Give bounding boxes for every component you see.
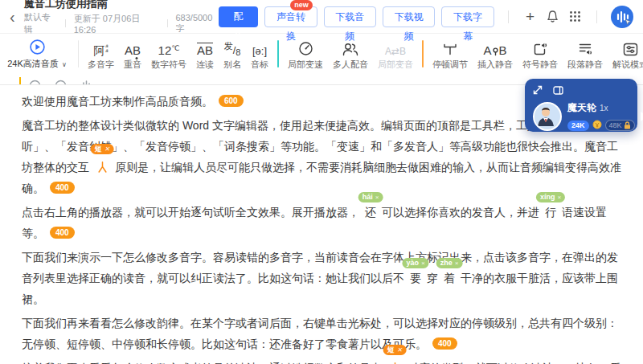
- pause-pill[interactable]: 短✕: [91, 144, 114, 154]
- tool-label: 局部变速: [288, 59, 323, 71]
- tool-insert-silence[interactable]: AB插入静音: [473, 36, 518, 71]
- tool-symbol-silence[interactable]: 符号静音: [518, 36, 563, 71]
- paragraph[interactable]: 下面我们再来看看怎么修改韵律。在某个字或者词后面，右键单击光标处，可以选择对应的…: [22, 313, 621, 354]
- expand-icon[interactable]: [533, 85, 543, 95]
- bell-icon[interactable]: [544, 8, 560, 26]
- player-play-button[interactable]: [641, 112, 643, 121]
- tool-label: 符号静音: [522, 59, 558, 71]
- tool-label: 多音字: [88, 59, 114, 71]
- meta-divider: [167, 19, 168, 27]
- new-badge: new: [290, 0, 313, 10]
- tool-number-symbol[interactable]: 12℃数字符号: [146, 36, 191, 71]
- tool-polyphone[interactable]: 阿āǎ多音字: [83, 36, 119, 71]
- paragraph[interactable]: 接着我们再来看看怎么修改数字或者符号的读法。通过选择数字和符号串短✕对应的类型，…: [22, 358, 621, 364]
- toolbar-divider-gray: [78, 40, 79, 67]
- paragraph[interactable]: 点击右上角的播放器，就可以开始逐句试听全文效果。展开播放器，hái×还可以选择你…: [22, 202, 621, 243]
- user-avatar[interactable]: [611, 6, 633, 28]
- tool-phonetic[interactable]: [ə:]音标: [246, 36, 273, 71]
- pause-adjust-icon: [442, 38, 458, 56]
- dock-panel-icon[interactable]: [553, 86, 563, 95]
- quality-48k-locked-badge[interactable]: 48K: [605, 120, 635, 131]
- pinyin-pill[interactable]: xíng×: [536, 192, 565, 202]
- pause-marker[interactable]: 短✕: [96, 157, 108, 178]
- tool-narration-mode[interactable]: 解说模式: [608, 36, 643, 71]
- annotated-word[interactable]: xíng×行: [545, 202, 556, 223]
- pause-duration-badge[interactable]: 400: [50, 227, 75, 239]
- stress-icon: AB: [125, 38, 141, 56]
- annotated-base-text: 要: [410, 272, 421, 284]
- tool-liaison[interactable]: AB连读: [191, 36, 219, 71]
- pinyin-pill[interactable]: hái×: [358, 192, 383, 202]
- album-select[interactable]: 默认专辑: [24, 11, 57, 35]
- text-run: 点击右上角的播放器，就可以开始逐句试听全文效果。展开播放器，: [22, 206, 359, 219]
- pause-duration-badge[interactable]: 400: [50, 182, 75, 194]
- player-main: 魔天轮1x 24K 48K: [533, 100, 629, 133]
- clipped-gauge-icon: [55, 79, 67, 85]
- close-icon[interactable]: ×: [421, 260, 425, 267]
- tool-paragraph-silence[interactable]: 段落静音: [563, 36, 608, 71]
- download-audio-button[interactable]: 下载音频: [324, 6, 376, 27]
- speaker-info: 魔天轮1x 24K 48K: [567, 100, 635, 133]
- tool-stress[interactable]: AB重音: [119, 36, 146, 71]
- voice-convert-button[interactable]: 声音转换 new: [264, 6, 317, 27]
- tool-label: 数字符号: [151, 59, 186, 71]
- pinyin-pill[interactable]: zhe×: [436, 258, 463, 268]
- pause-pill[interactable]: 短✕: [383, 345, 407, 355]
- local-speed-icon: [298, 38, 313, 56]
- text-run: 欢迎使用魔音工坊来制作高品质音频。: [22, 95, 213, 108]
- floating-player: 魔天轮1x 24K 48K: [525, 79, 637, 132]
- listen-section: 24K高清音质 ∨: [0, 36, 74, 70]
- alias-icon: 发/8: [224, 38, 241, 56]
- dub-button[interactable]: 配音: [219, 6, 259, 27]
- phonetic-icon: [ə:]: [252, 38, 267, 56]
- close-icon[interactable]: ✕: [397, 346, 403, 354]
- annotated-base-text: 还: [365, 206, 376, 219]
- toolbar-tools: 阿āǎ多音字AB重音12℃数字符号AB连读发/8别名[ə:]音标局部变速多人配音…: [74, 36, 643, 71]
- close-icon[interactable]: ×: [557, 194, 561, 201]
- annotated-word[interactable]: zhe×着: [444, 268, 455, 288]
- annotated-word[interactable]: yào×要: [410, 268, 421, 288]
- tool-label: 插入静音: [477, 59, 513, 71]
- lock-icon: [624, 121, 631, 129]
- text-run: 原则是，让编辑人员尽可能只做选择，不需要消耗脑细胞去做困难的输入，从而让音频编辑…: [22, 161, 621, 194]
- add-icon[interactable]: +: [522, 8, 539, 26]
- speaker-name[interactable]: 魔天轮: [567, 102, 596, 113]
- tool-label: 停顿调节: [432, 59, 468, 71]
- download-video-button[interactable]: 下载视频: [383, 6, 435, 27]
- text-run: 下面我们再来看看怎么修改韵律。在某个字或者词后面，右键单击光标处，可以选择对应的…: [22, 317, 618, 350]
- listen-play-button[interactable]: [30, 39, 45, 55]
- close-icon[interactable]: ✕: [104, 145, 110, 153]
- speed-value[interactable]: 1x: [600, 104, 608, 112]
- download-subtitle-button[interactable]: 下载字幕: [441, 6, 494, 27]
- clipped-bars-icon: [80, 79, 92, 85]
- pause-duration-badge[interactable]: 400: [432, 337, 457, 350]
- document-meta: 默认专辑 更新于 07月06日 16:26 683/5000字: [24, 11, 219, 35]
- audio-quality-select[interactable]: 24K高清音质 ∨: [7, 58, 67, 70]
- tool-label: 段落静音: [567, 59, 603, 71]
- pause-duration-badge[interactable]: 600: [219, 95, 244, 107]
- word-count: 683/5000字: [175, 13, 218, 35]
- title-block: 魔音工坊使用指南 默认专辑 更新于 07月06日 16:26 683/5000字: [24, 0, 219, 35]
- paragraph-silence-icon: [578, 38, 592, 56]
- quality-badges: 24K 48K: [567, 118, 635, 133]
- annotated-word[interactable]: hái×还: [365, 202, 376, 223]
- multi-voice-icon: [342, 38, 358, 56]
- tool-multi-voice[interactable]: 多人配音: [328, 36, 373, 71]
- pause-marker[interactable]: 短✕: [389, 358, 400, 364]
- quality-24k-badge[interactable]: 24K: [567, 121, 589, 131]
- paragraph[interactable]: 下面我们来演示一下怎么修改多音字。容易读错的多音字，当前读音会在字体上方标记出来…: [22, 247, 621, 309]
- apps-grid-icon[interactable]: [567, 8, 583, 26]
- close-icon[interactable]: ×: [375, 194, 379, 201]
- nav-actions: 配音 声音转换 new 下载音频 下载视频 下载字幕 +: [219, 6, 633, 28]
- pinyin-pill[interactable]: yào×: [402, 258, 428, 268]
- back-icon[interactable]: ‹: [8, 9, 17, 25]
- updated-time: 更新于 07月06日 16:26: [74, 13, 159, 35]
- clipped-circle-icon: [29, 79, 41, 85]
- speaker-avatar[interactable]: [533, 102, 562, 131]
- text-run: 穿: [427, 272, 438, 284]
- tool-label: 别名: [223, 59, 241, 71]
- tool-alias[interactable]: 发/8别名: [219, 36, 246, 71]
- nav-divider: [596, 10, 597, 23]
- close-icon[interactable]: ×: [455, 260, 459, 267]
- pause-marker-icon: [98, 162, 107, 173]
